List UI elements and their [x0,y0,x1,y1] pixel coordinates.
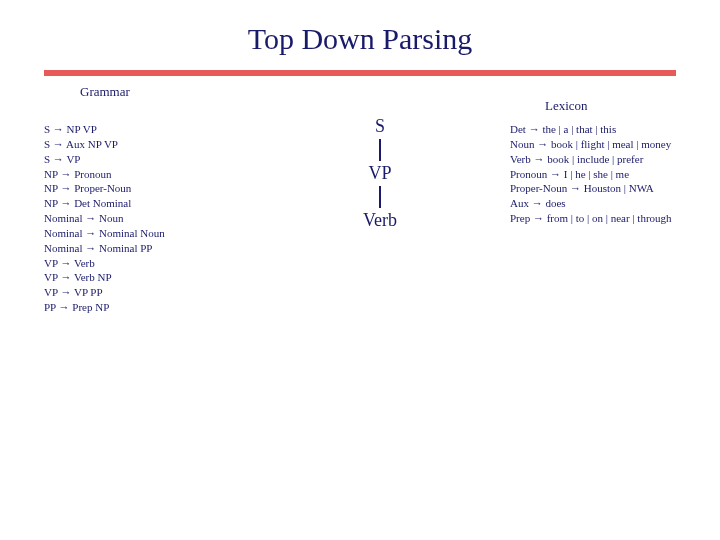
parse-tree: S VP Verb [320,114,440,233]
rule-line: Nominal → Nominal Noun [44,226,165,241]
rule-line: PP → Prep NP [44,300,165,315]
rule-line: VP → VP PP [44,285,165,300]
rule-line: S → NP VP [44,122,165,137]
page-title: Top Down Parsing [0,0,720,66]
rule-line: Pronoun → I | he | she | me [510,167,672,182]
rule-line: Nominal → Noun [44,211,165,226]
rule-line: Proper-Noun → Houston | NWA [510,181,672,196]
rule-line: Nominal → Nominal PP [44,241,165,256]
rule-line: Det → the | a | that | this [510,122,672,137]
rule-line: NP → Proper-Noun [44,181,165,196]
tree-node-vp: VP [320,163,440,184]
tree-edge [379,186,381,208]
tree-node-verb: Verb [320,210,440,231]
rule-line: VP → Verb NP [44,270,165,285]
lexicon-rules: Det → the | a | that | thisNoun → book |… [510,122,672,226]
rule-line: Verb → book | include | prefer [510,152,672,167]
rule-line: S → Aux NP VP [44,137,165,152]
rule-line: Aux → does [510,196,672,211]
tree-node-s: S [320,116,440,137]
rule-line: NP → Pronoun [44,167,165,182]
rule-line: Prep → from | to | on | near | through [510,211,672,226]
lexicon-header: Lexicon [545,98,588,114]
grammar-rules: S → NP VPS → Aux NP VPS → VPNP → Pronoun… [44,122,165,315]
rule-line: NP → Det Nominal [44,196,165,211]
grammar-header: Grammar [80,84,130,100]
rule-line: Noun → book | flight | meal | money [510,137,672,152]
rule-line: VP → Verb [44,256,165,271]
rule-line: S → VP [44,152,165,167]
tree-edge [379,139,381,161]
